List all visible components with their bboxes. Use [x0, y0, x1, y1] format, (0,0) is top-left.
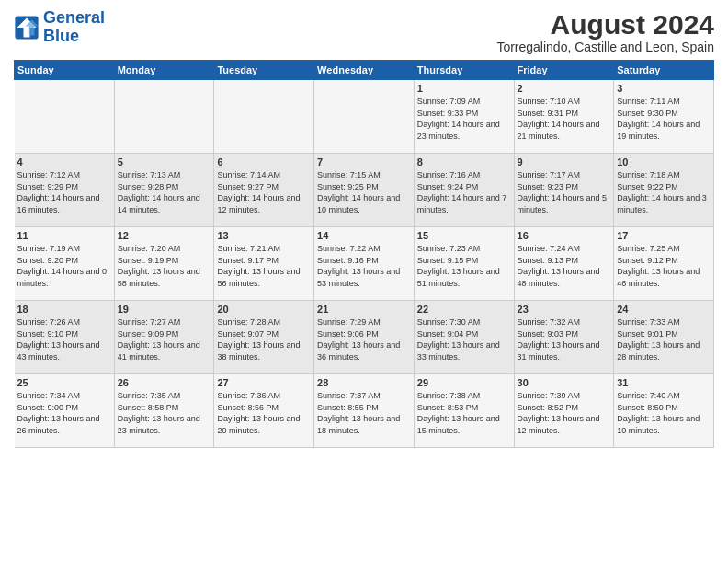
- calendar-cell: 19 Sunrise: 7:27 AMSunset: 9:09 PMDaylig…: [114, 301, 214, 374]
- logo: General Blue: [14, 9, 105, 46]
- calendar-cell: [214, 80, 314, 154]
- day-info: Sunrise: 7:28 AMSunset: 9:07 PMDaylight:…: [217, 316, 311, 362]
- day-number: 12: [118, 230, 211, 241]
- day-number: 3: [617, 83, 711, 94]
- calendar-cell: 13 Sunrise: 7:21 AMSunset: 9:17 PMDaylig…: [214, 227, 314, 301]
- day-number: 1: [417, 83, 511, 94]
- day-info: Sunrise: 7:14 AMSunset: 9:27 PMDaylight:…: [217, 169, 311, 215]
- calendar-cell: 8 Sunrise: 7:16 AMSunset: 9:24 PMDayligh…: [414, 154, 514, 227]
- day-info: Sunrise: 7:24 AMSunset: 9:13 PMDaylight:…: [518, 243, 611, 289]
- day-info: Sunrise: 7:37 AMSunset: 8:55 PMDaylight:…: [317, 390, 411, 436]
- day-info: Sunrise: 7:36 AMSunset: 8:56 PMDaylight:…: [217, 390, 311, 436]
- day-number: 31: [617, 377, 711, 388]
- calendar-cell: 26 Sunrise: 7:35 AMSunset: 8:58 PMDaylig…: [114, 374, 214, 448]
- calendar-cell: 20 Sunrise: 7:28 AMSunset: 9:07 PMDaylig…: [214, 301, 314, 374]
- page: General Blue August 2024 Torregalindo, C…: [0, 0, 728, 563]
- day-number: 22: [417, 304, 511, 315]
- calendar-cell: 21 Sunrise: 7:29 AMSunset: 9:06 PMDaylig…: [314, 301, 415, 374]
- day-number: 9: [518, 156, 611, 167]
- calendar-cell: 7 Sunrise: 7:15 AMSunset: 9:25 PMDayligh…: [314, 154, 415, 227]
- day-info: Sunrise: 7:25 AMSunset: 9:12 PMDaylight:…: [617, 243, 711, 289]
- calendar-cell: 17 Sunrise: 7:25 AMSunset: 9:12 PMDaylig…: [614, 227, 714, 301]
- day-info: Sunrise: 7:30 AMSunset: 9:04 PMDaylight:…: [417, 316, 511, 362]
- day-info: Sunrise: 7:18 AMSunset: 9:22 PMDaylight:…: [617, 169, 711, 215]
- calendar-cell: [314, 80, 415, 154]
- day-number: 17: [617, 230, 711, 241]
- day-number: 24: [617, 304, 711, 315]
- day-info: Sunrise: 7:13 AMSunset: 9:28 PMDaylight:…: [118, 169, 211, 215]
- calendar-cell: 11 Sunrise: 7:19 AMSunset: 9:20 PMDaylig…: [15, 227, 115, 301]
- day-number: 2: [518, 83, 611, 94]
- calendar-cell: 31 Sunrise: 7:40 AMSunset: 8:50 PMDaylig…: [614, 374, 714, 448]
- calendar-cell: 10 Sunrise: 7:18 AMSunset: 9:22 PMDaylig…: [614, 154, 714, 227]
- day-info: Sunrise: 7:40 AMSunset: 8:50 PMDaylight:…: [617, 390, 711, 436]
- day-info: Sunrise: 7:32 AMSunset: 9:03 PMDaylight:…: [518, 316, 611, 362]
- day-number: 23: [518, 304, 611, 315]
- day-number: 16: [518, 230, 611, 241]
- day-info: Sunrise: 7:19 AMSunset: 9:20 PMDaylight:…: [17, 243, 111, 289]
- calendar-cell: 22 Sunrise: 7:30 AMSunset: 9:04 PMDaylig…: [414, 301, 514, 374]
- subtitle: Torregalindo, Castille and Leon, Spain: [496, 40, 714, 54]
- calendar-cell: 6 Sunrise: 7:14 AMSunset: 9:27 PMDayligh…: [214, 154, 314, 227]
- day-number: 29: [417, 377, 511, 388]
- day-number: 27: [217, 377, 311, 388]
- calendar-cell: 23 Sunrise: 7:32 AMSunset: 9:03 PMDaylig…: [514, 301, 614, 374]
- day-info: Sunrise: 7:38 AMSunset: 8:53 PMDaylight:…: [417, 390, 511, 436]
- week-row-2: 4 Sunrise: 7:12 AMSunset: 9:29 PMDayligh…: [15, 154, 714, 227]
- day-number: 13: [217, 230, 311, 241]
- day-number: 15: [417, 230, 511, 241]
- day-info: Sunrise: 7:23 AMSunset: 9:15 PMDaylight:…: [417, 243, 511, 289]
- calendar-cell: 27 Sunrise: 7:36 AMSunset: 8:56 PMDaylig…: [214, 374, 314, 448]
- calendar-cell: 29 Sunrise: 7:38 AMSunset: 8:53 PMDaylig…: [414, 374, 514, 448]
- calendar-cell: [15, 80, 115, 154]
- day-number: 14: [317, 230, 411, 241]
- weekday-header-monday: Monday: [114, 61, 214, 80]
- day-number: 7: [317, 156, 411, 167]
- day-number: 5: [118, 156, 211, 167]
- day-info: Sunrise: 7:35 AMSunset: 8:58 PMDaylight:…: [118, 390, 211, 436]
- day-info: Sunrise: 7:12 AMSunset: 9:29 PMDaylight:…: [17, 169, 111, 215]
- calendar-cell: 9 Sunrise: 7:17 AMSunset: 9:23 PMDayligh…: [514, 154, 614, 227]
- logo-text: General Blue: [43, 9, 105, 46]
- weekday-header-thursday: Thursday: [414, 61, 514, 80]
- day-info: Sunrise: 7:27 AMSunset: 9:09 PMDaylight:…: [118, 316, 211, 362]
- day-number: 21: [317, 304, 411, 315]
- week-row-1: 1 Sunrise: 7:09 AMSunset: 9:33 PMDayligh…: [15, 80, 714, 154]
- day-info: Sunrise: 7:21 AMSunset: 9:17 PMDaylight:…: [217, 243, 311, 289]
- day-number: 20: [217, 304, 311, 315]
- logo-general: General: [43, 8, 105, 27]
- weekday-header-friday: Friday: [514, 61, 614, 80]
- weekday-header-wednesday: Wednesday: [314, 61, 415, 80]
- calendar-cell: 28 Sunrise: 7:37 AMSunset: 8:55 PMDaylig…: [314, 374, 415, 448]
- calendar-cell: 3 Sunrise: 7:11 AMSunset: 9:30 PMDayligh…: [614, 80, 714, 154]
- header-row: SundayMondayTuesdayWednesdayThursdayFrid…: [15, 61, 714, 80]
- day-number: 10: [617, 156, 711, 167]
- week-row-3: 11 Sunrise: 7:19 AMSunset: 9:20 PMDaylig…: [15, 227, 714, 301]
- calendar-cell: 30 Sunrise: 7:39 AMSunset: 8:52 PMDaylig…: [514, 374, 614, 448]
- day-info: Sunrise: 7:17 AMSunset: 9:23 PMDaylight:…: [518, 169, 611, 215]
- logo-blue: Blue: [43, 27, 79, 45]
- calendar-cell: 2 Sunrise: 7:10 AMSunset: 9:31 PMDayligh…: [514, 80, 614, 154]
- calendar-cell: 24 Sunrise: 7:33 AMSunset: 9:01 PMDaylig…: [614, 301, 714, 374]
- general-blue-icon: [14, 15, 40, 40]
- day-number: 25: [17, 377, 111, 388]
- day-number: 8: [417, 156, 511, 167]
- week-row-5: 25 Sunrise: 7:34 AMSunset: 9:00 PMDaylig…: [15, 374, 714, 448]
- weekday-header-sunday: Sunday: [15, 61, 115, 80]
- calendar-table: SundayMondayTuesdayWednesdayThursdayFrid…: [14, 60, 714, 448]
- calendar-cell: 16 Sunrise: 7:24 AMSunset: 9:13 PMDaylig…: [514, 227, 614, 301]
- day-info: Sunrise: 7:09 AMSunset: 9:33 PMDaylight:…: [417, 96, 511, 142]
- day-number: 18: [17, 304, 111, 315]
- calendar-cell: 1 Sunrise: 7:09 AMSunset: 9:33 PMDayligh…: [414, 80, 514, 154]
- day-number: 4: [17, 156, 111, 167]
- weekday-header-saturday: Saturday: [614, 61, 714, 80]
- day-info: Sunrise: 7:22 AMSunset: 9:16 PMDaylight:…: [317, 243, 411, 289]
- day-number: 19: [118, 304, 211, 315]
- day-info: Sunrise: 7:33 AMSunset: 9:01 PMDaylight:…: [617, 316, 711, 362]
- title-block: August 2024 Torregalindo, Castille and L…: [496, 9, 714, 54]
- day-info: Sunrise: 7:26 AMSunset: 9:10 PMDaylight:…: [17, 316, 111, 362]
- day-number: 6: [217, 156, 311, 167]
- calendar-cell: 12 Sunrise: 7:20 AMSunset: 9:19 PMDaylig…: [114, 227, 214, 301]
- calendar-cell: 25 Sunrise: 7:34 AMSunset: 9:00 PMDaylig…: [15, 374, 115, 448]
- calendar-cell: 18 Sunrise: 7:26 AMSunset: 9:10 PMDaylig…: [15, 301, 115, 374]
